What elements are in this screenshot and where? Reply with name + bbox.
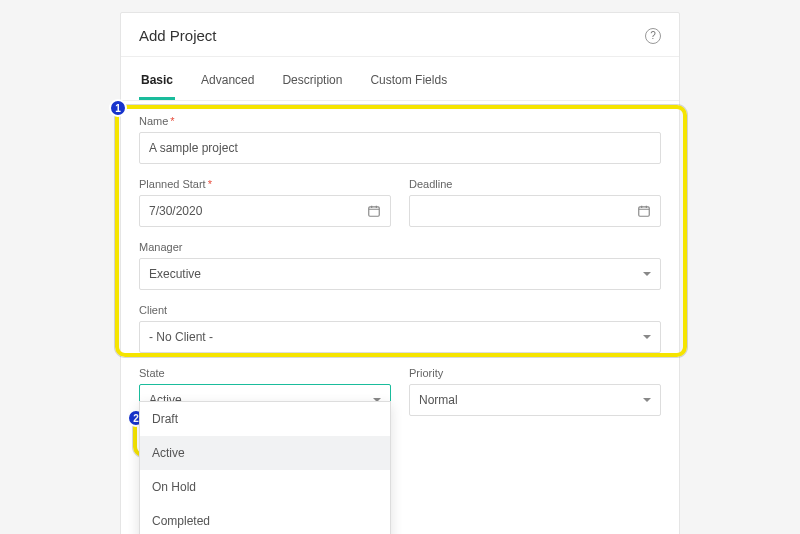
chevron-down-icon xyxy=(643,272,651,276)
client-select[interactable]: - No Client - xyxy=(139,321,661,353)
chevron-down-icon xyxy=(643,398,651,402)
name-input[interactable]: A sample project xyxy=(139,132,661,164)
label-client: Client xyxy=(139,304,661,316)
tab-description[interactable]: Description xyxy=(280,67,344,100)
help-icon[interactable]: ? xyxy=(645,28,661,44)
field-priority: Priority Normal xyxy=(409,367,661,416)
manager-select[interactable]: Executive xyxy=(139,258,661,290)
tab-basic[interactable]: Basic xyxy=(139,67,175,100)
label-priority: Priority xyxy=(409,367,661,379)
state-option-on-hold[interactable]: On Hold xyxy=(140,470,390,504)
tab-bar: Basic Advanced Description Custom Fields xyxy=(121,57,679,101)
field-name: Name* A sample project xyxy=(139,115,661,164)
field-state: State Active Draft Active On Hold Comple… xyxy=(139,367,391,416)
required-marker: * xyxy=(208,178,212,190)
svg-rect-1 xyxy=(639,207,650,216)
state-option-draft[interactable]: Draft xyxy=(140,402,390,436)
required-marker: * xyxy=(170,115,174,127)
field-manager: Manager Executive xyxy=(139,241,661,290)
tab-advanced[interactable]: Advanced xyxy=(199,67,256,100)
modal-title: Add Project xyxy=(139,27,217,44)
field-planned-start: Planned Start* 7/30/2020 xyxy=(139,178,391,227)
label-manager: Manager xyxy=(139,241,661,253)
chevron-down-icon xyxy=(643,335,651,339)
planned-start-input[interactable]: 7/30/2020 xyxy=(139,195,391,227)
calendar-icon xyxy=(367,204,381,218)
label-deadline: Deadline xyxy=(409,178,661,190)
field-deadline: Deadline xyxy=(409,178,661,227)
state-dropdown: Draft Active On Hold Completed Cancelled xyxy=(139,401,391,534)
label-state: State xyxy=(139,367,391,379)
deadline-input[interactable] xyxy=(409,195,661,227)
calendar-icon xyxy=(637,204,651,218)
state-option-completed[interactable]: Completed xyxy=(140,504,390,534)
label-planned-start: Planned Start* xyxy=(139,178,391,190)
field-client: Client - No Client - xyxy=(139,304,661,353)
modal-header: Add Project ? xyxy=(121,13,679,57)
priority-select[interactable]: Normal xyxy=(409,384,661,416)
tab-custom-fields[interactable]: Custom Fields xyxy=(368,67,449,100)
add-project-modal: Add Project ? Basic Advanced Description… xyxy=(120,12,680,534)
label-name: Name* xyxy=(139,115,661,127)
state-option-active[interactable]: Active xyxy=(140,436,390,470)
form-body: Name* A sample project Planned Start* 7/… xyxy=(121,101,679,434)
svg-rect-0 xyxy=(369,207,380,216)
